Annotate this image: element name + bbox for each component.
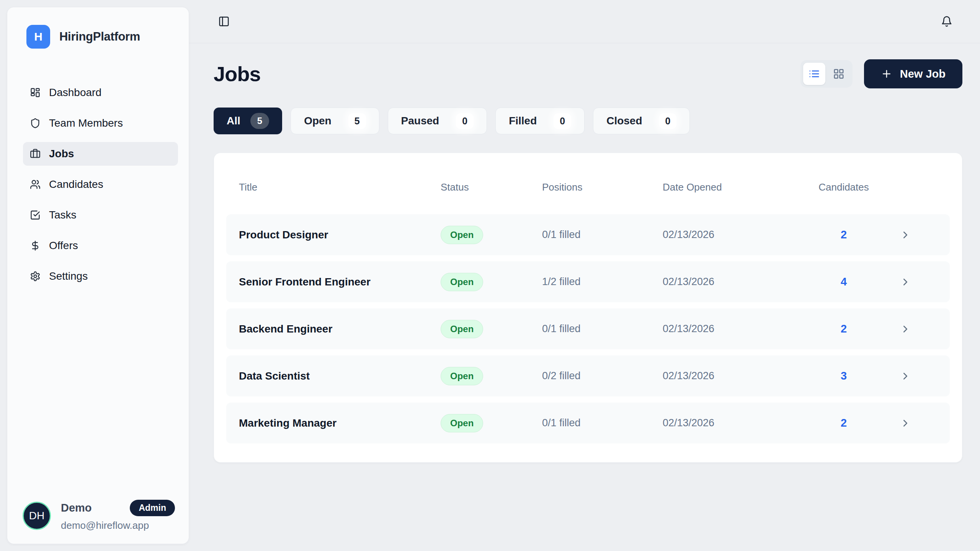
filter-count-badge: 5 bbox=[348, 113, 366, 129]
check-square-icon bbox=[30, 210, 41, 220]
grid-view-button[interactable] bbox=[828, 63, 850, 85]
new-job-button[interactable]: New Job bbox=[864, 59, 962, 88]
dollar-icon bbox=[30, 240, 41, 251]
status-badge: Open bbox=[441, 226, 483, 244]
sidebar-item-tasks[interactable]: Tasks bbox=[23, 203, 178, 227]
candidates-count: 4 bbox=[815, 276, 872, 288]
filter-tabs: All 5 Open 5 Paused 0 Filled 0 Closed 0 bbox=[214, 108, 962, 134]
role-badge: Admin bbox=[130, 500, 175, 516]
gear-icon bbox=[30, 271, 41, 282]
job-title: Backend Engineer bbox=[239, 323, 441, 335]
jobs-table-card: Title Status Positions Date Opened Candi… bbox=[214, 153, 962, 463]
filter-count-badge: 5 bbox=[250, 113, 269, 129]
date-opened-cell: 02/13/2026 bbox=[663, 417, 815, 429]
job-title: Product Designer bbox=[239, 229, 441, 241]
positions-cell: 0/1 filled bbox=[542, 323, 663, 335]
table-row[interactable]: Data Scientist Open 0/2 filled 02/13/202… bbox=[226, 355, 950, 396]
candidates-count: 2 bbox=[815, 228, 872, 241]
sidebar-item-label: Settings bbox=[49, 270, 88, 282]
column-header-date-opened: Date Opened bbox=[663, 181, 815, 193]
content: Jobs bbox=[189, 43, 980, 463]
chevron-right-icon[interactable] bbox=[900, 229, 911, 241]
positions-cell: 0/1 filled bbox=[542, 229, 663, 241]
filter-tab-open[interactable]: Open 5 bbox=[291, 108, 379, 134]
filter-count-badge: 0 bbox=[554, 113, 571, 129]
user-email: demo@hireflow.app bbox=[61, 520, 175, 531]
positions-cell: 0/2 filled bbox=[542, 370, 663, 382]
chevron-right-icon[interactable] bbox=[900, 323, 911, 335]
chevron-right-icon[interactable] bbox=[900, 417, 911, 429]
column-header-candidates: Candidates bbox=[815, 181, 872, 193]
chevron-right-icon[interactable] bbox=[900, 370, 911, 382]
table-row[interactable]: Marketing Manager Open 0/1 filled 02/13/… bbox=[226, 403, 950, 443]
filter-count-badge: 0 bbox=[659, 113, 677, 129]
page-title: Jobs bbox=[214, 62, 261, 86]
job-title: Senior Frontend Engineer bbox=[239, 276, 441, 288]
bell-icon[interactable] bbox=[941, 16, 952, 27]
user-card[interactable]: DH Demo Admin demo@hireflow.app bbox=[23, 500, 175, 531]
job-title: Marketing Manager bbox=[239, 417, 441, 429]
sidebar-item-label: Candidates bbox=[49, 178, 103, 191]
sidebar: H HiringPlatform Dashboard Team Members … bbox=[7, 7, 189, 544]
job-title: Data Scientist bbox=[239, 370, 441, 382]
brand-logo: H bbox=[26, 25, 50, 49]
table-row[interactable]: Backend Engineer Open 0/1 filled 02/13/2… bbox=[226, 308, 950, 349]
filter-tab-closed[interactable]: Closed 0 bbox=[593, 108, 690, 134]
sidebar-item-candidates[interactable]: Candidates bbox=[23, 173, 178, 196]
filter-tab-filled[interactable]: Filled 0 bbox=[495, 108, 585, 134]
candidates-count: 2 bbox=[815, 323, 872, 335]
sidebar-item-label: Dashboard bbox=[49, 86, 101, 99]
date-opened-cell: 02/13/2026 bbox=[663, 229, 815, 241]
filter-label: All bbox=[227, 115, 240, 127]
filter-label: Open bbox=[304, 115, 332, 127]
user-name: Demo bbox=[61, 502, 92, 514]
date-opened-cell: 02/13/2026 bbox=[663, 323, 815, 335]
sidebar-item-jobs[interactable]: Jobs bbox=[23, 142, 178, 166]
sidebar-item-label: Jobs bbox=[49, 148, 74, 160]
briefcase-icon bbox=[30, 148, 41, 159]
brand-name: HiringPlatform bbox=[59, 30, 140, 44]
positions-cell: 0/1 filled bbox=[542, 417, 663, 429]
column-header-title: Title bbox=[239, 181, 441, 193]
sidebar-item-dashboard[interactable]: Dashboard bbox=[23, 81, 178, 104]
status-badge: Open bbox=[441, 320, 483, 338]
table-row[interactable]: Senior Frontend Engineer Open 1/2 filled… bbox=[226, 261, 950, 302]
filter-label: Paused bbox=[401, 115, 439, 127]
chevron-right-icon[interactable] bbox=[900, 276, 911, 288]
avatar: DH bbox=[23, 502, 51, 530]
filter-tab-paused[interactable]: Paused 0 bbox=[388, 108, 487, 134]
table-row[interactable]: Product Designer Open 0/1 filled 02/13/2… bbox=[226, 214, 950, 255]
grid-icon bbox=[833, 68, 844, 80]
filter-tab-all[interactable]: All 5 bbox=[214, 108, 282, 134]
list-view-button[interactable] bbox=[803, 63, 825, 85]
column-header-positions: Positions bbox=[542, 181, 663, 193]
status-badge: Open bbox=[441, 367, 483, 385]
filter-count-badge: 0 bbox=[456, 113, 474, 129]
sidebar-item-team-members[interactable]: Team Members bbox=[23, 111, 178, 135]
candidates-count: 2 bbox=[815, 417, 872, 429]
positions-cell: 1/2 filled bbox=[542, 276, 663, 288]
plus-icon bbox=[881, 68, 892, 80]
date-opened-cell: 02/13/2026 bbox=[663, 370, 815, 382]
users-icon bbox=[30, 179, 41, 190]
sidebar-item-label: Offers bbox=[49, 240, 78, 252]
table-header: Title Status Positions Date Opened Candi… bbox=[226, 177, 950, 197]
dashboard-icon bbox=[30, 87, 41, 98]
sidebar-item-offers[interactable]: Offers bbox=[23, 234, 178, 258]
sidebar-item-label: Tasks bbox=[49, 209, 77, 221]
filter-label: Filled bbox=[509, 115, 537, 127]
view-toggle bbox=[800, 60, 853, 88]
date-opened-cell: 02/13/2026 bbox=[663, 276, 815, 288]
status-badge: Open bbox=[441, 414, 483, 432]
shield-icon bbox=[30, 118, 41, 129]
table-rows: Product Designer Open 0/1 filled 02/13/2… bbox=[226, 214, 950, 443]
sidebar-toggle-icon[interactable] bbox=[218, 16, 230, 27]
sidebar-item-settings[interactable]: Settings bbox=[23, 264, 178, 288]
candidates-count: 3 bbox=[815, 370, 872, 382]
status-badge: Open bbox=[441, 273, 483, 291]
column-header-status: Status bbox=[441, 181, 542, 193]
list-icon bbox=[808, 68, 820, 80]
sidebar-item-label: Team Members bbox=[49, 117, 123, 129]
sidebar-nav: Dashboard Team Members Jobs Candidates T… bbox=[7, 81, 189, 288]
topbar bbox=[189, 0, 980, 43]
